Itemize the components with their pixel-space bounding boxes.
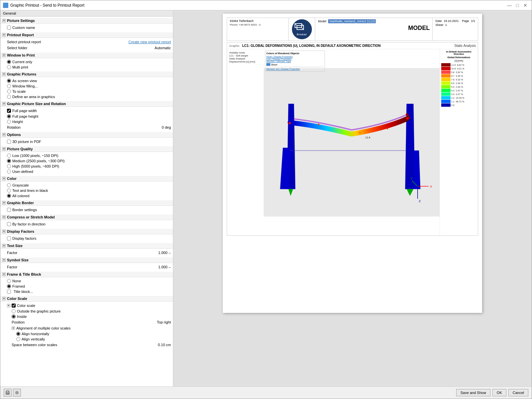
maximize-button[interactable]: □ bbox=[514, 2, 521, 9]
color-scale-header[interactable]: ▼ Color Scale bbox=[0, 296, 173, 302]
legend-color-box bbox=[441, 63, 451, 66]
node-link[interactable]: Node | Display Properties bbox=[266, 56, 293, 58]
header-company: 93464 Tiefenbach Phone: +49 9673 9203 - … bbox=[227, 18, 289, 41]
3d-pdf-checkbox[interactable] bbox=[7, 140, 11, 144]
svg-text:11.9: 11.9 bbox=[365, 136, 370, 139]
select-printout-label: Select printout report bbox=[6, 40, 128, 44]
bottom-icon-btn-1[interactable] bbox=[4, 389, 12, 397]
quality-user-radio[interactable] bbox=[7, 170, 11, 174]
color-scale-expand[interactable]: ▼ bbox=[7, 304, 10, 307]
options-body: 3D picture in PDF bbox=[0, 138, 173, 146]
quality-high-radio[interactable] bbox=[7, 164, 11, 168]
compress-stretch-toggle[interactable]: ▼ bbox=[2, 215, 6, 219]
member-link[interactable]: Member | Member Type bbox=[266, 60, 291, 63]
options-toggle[interactable]: ▼ bbox=[2, 133, 6, 136]
picture-quality-header[interactable]: ▼ Picture Quality bbox=[0, 146, 173, 152]
define-area-radio[interactable] bbox=[7, 95, 11, 99]
frame-title-header[interactable]: ▼ Frame & Title Block bbox=[0, 272, 173, 277]
as-screen-radio[interactable] bbox=[7, 79, 11, 83]
display-factors-header[interactable]: ▼ Display Factors bbox=[0, 229, 173, 234]
graphic-size-toggle[interactable]: ▼ bbox=[2, 102, 6, 105]
graphic-border-section: ▼ Graphic Border Border settings bbox=[0, 200, 173, 214]
color-toggle[interactable]: ▼ bbox=[2, 177, 6, 180]
line-row: Line | Display Properties bbox=[266, 58, 324, 60]
graphic-pictures-body: As screen view Window filling... To scal… bbox=[0, 77, 173, 100]
window-to-print-header[interactable]: ▼ Window to Print bbox=[0, 53, 173, 58]
color-scale-checkbox[interactable] bbox=[12, 304, 16, 308]
display-factors-title: Display Factors bbox=[7, 229, 34, 233]
border-settings-label: Border settings bbox=[12, 208, 37, 212]
title-block-checkbox[interactable] bbox=[7, 290, 11, 294]
current-only-radio[interactable] bbox=[7, 60, 11, 64]
align-horiz-radio[interactable] bbox=[16, 332, 20, 336]
member-set-row: Member Set | Display Properties bbox=[266, 67, 324, 70]
graphic-size-header[interactable]: ▼ Graphic Picture Size and Rotation bbox=[0, 101, 173, 107]
picture-quality-toggle[interactable]: ▼ bbox=[2, 147, 6, 151]
graphic-pictures-header[interactable]: ▼ Graphic Pictures bbox=[0, 71, 173, 77]
inside-radio[interactable] bbox=[12, 315, 16, 319]
display-factors-toggle[interactable]: ▼ bbox=[2, 230, 6, 233]
multi-print-radio[interactable] bbox=[7, 65, 11, 69]
color-header[interactable]: ▼ Color bbox=[0, 176, 173, 182]
color-scale-toggle[interactable]: ▼ bbox=[2, 297, 6, 300]
framed-radio[interactable] bbox=[7, 284, 11, 288]
graphic-pictures-toggle[interactable]: ▼ bbox=[2, 72, 6, 76]
printout-report-toggle[interactable]: ▼ bbox=[2, 33, 6, 37]
grayscale-row: Grayscale bbox=[6, 183, 173, 188]
options-header[interactable]: ▼ Options bbox=[0, 132, 173, 138]
cancel-button[interactable]: Cancel bbox=[508, 389, 528, 396]
picture-settings-header[interactable]: ▼ Picture Settings bbox=[0, 18, 173, 24]
settings-scroll[interactable]: ▼ Picture Settings Custom name ▼ Prin bbox=[0, 17, 173, 386]
outside-radio[interactable] bbox=[12, 309, 16, 313]
align-horiz-label: Align horizontally bbox=[22, 332, 49, 336]
window-to-print-toggle[interactable]: ▼ bbox=[2, 54, 6, 57]
member-set-link[interactable]: Member Set | Display Properties bbox=[266, 68, 300, 70]
text-black-radio[interactable] bbox=[7, 189, 11, 193]
display-factors-checkbox[interactable] bbox=[7, 236, 11, 240]
create-new-link[interactable]: Create new printout report bbox=[128, 40, 171, 44]
full-page-height-radio[interactable] bbox=[7, 114, 11, 118]
quality-medium-radio[interactable] bbox=[7, 159, 11, 163]
frame-title-toggle[interactable]: ▼ bbox=[2, 273, 6, 276]
window-filling-radio[interactable] bbox=[7, 84, 11, 88]
quality-low-radio[interactable] bbox=[7, 154, 11, 158]
save-show-button[interactable]: Save and Show bbox=[456, 389, 490, 396]
by-factor-checkbox[interactable] bbox=[7, 222, 11, 226]
none-radio[interactable] bbox=[7, 279, 11, 283]
symbol-size-header[interactable]: ▼ Symbol Size bbox=[0, 257, 173, 263]
window-filling-label: Window filling... bbox=[12, 84, 38, 88]
all-colored-radio[interactable] bbox=[7, 194, 11, 198]
height-radio[interactable] bbox=[7, 120, 11, 124]
ok-button[interactable]: OK bbox=[492, 389, 506, 396]
close-button[interactable]: ✕ bbox=[522, 2, 529, 9]
graphic-border-toggle[interactable]: ▼ bbox=[2, 201, 6, 204]
grayscale-radio[interactable] bbox=[7, 183, 11, 187]
graphic-border-header[interactable]: ▼ Graphic Border bbox=[0, 200, 173, 206]
full-page-width-checkbox[interactable] bbox=[7, 109, 11, 113]
general-tab[interactable]: General bbox=[0, 10, 173, 17]
printout-report-header[interactable]: ▼ Printout Report bbox=[0, 32, 173, 38]
bottom-icon-btn-2[interactable] bbox=[13, 389, 21, 397]
border-settings-checkbox[interactable] bbox=[7, 208, 11, 212]
to-scale-radio[interactable] bbox=[7, 89, 11, 93]
title-bar-left: Graphic Printout - Send to Printout Repo… bbox=[3, 3, 84, 8]
compress-stretch-header[interactable]: ▼ Compress or Stretch Model bbox=[0, 214, 173, 220]
full-page-width-label: Full page width bbox=[12, 109, 37, 113]
alignment-expand[interactable]: ▼ bbox=[12, 327, 15, 330]
line-link[interactable]: Line | Display Properties bbox=[266, 58, 292, 60]
options-title: Options bbox=[7, 133, 21, 137]
legend-value-text: 7.6 9.20 % bbox=[451, 78, 463, 81]
text-size-toggle[interactable]: ▼ bbox=[2, 244, 6, 247]
title-block-row: Title block... bbox=[6, 289, 173, 294]
legend-item: 5.4 2.94 % bbox=[441, 85, 476, 88]
symbol-size-toggle[interactable]: ▼ bbox=[2, 258, 6, 262]
align-horiz-row: Align horizontally bbox=[6, 331, 173, 336]
custom-name-checkbox[interactable] bbox=[7, 26, 11, 30]
picture-settings-toggle[interactable]: ▼ bbox=[2, 19, 6, 22]
text-size-header[interactable]: ▼ Text Size bbox=[0, 243, 173, 249]
legend-title: Global Deformations bbox=[441, 56, 476, 59]
minimize-button[interactable]: — bbox=[506, 2, 513, 9]
align-vert-radio[interactable] bbox=[16, 337, 20, 341]
define-area-label: Define an area in graphics bbox=[12, 95, 55, 99]
printout-report-body: Select printout report Create new printo… bbox=[0, 38, 173, 52]
